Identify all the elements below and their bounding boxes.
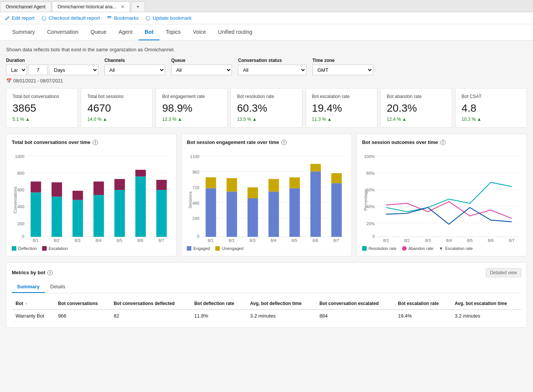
metrics-section: Metrics by bot i Detailed view Summary D… bbox=[6, 262, 527, 328]
metrics-table: Bot ↑ Bot conversations Bot conversation… bbox=[12, 298, 521, 322]
toolbar: Edit report Checkout default report Book… bbox=[0, 12, 533, 24]
tab-bot[interactable]: Bot bbox=[139, 24, 159, 40]
svg-text:0: 0 bbox=[372, 234, 375, 239]
duration-label: Duration bbox=[6, 58, 98, 63]
charts-row: Total bot conversations over time i 1000… bbox=[6, 134, 527, 256]
queue-select[interactable]: All bbox=[171, 65, 232, 75]
svg-text:480: 480 bbox=[192, 201, 199, 205]
outcomes-line-chart-svg: 100% 80% 60% 40% 20% 0 bbox=[362, 150, 521, 242]
bookmarks-button[interactable]: Bookmarks bbox=[107, 15, 139, 21]
svg-rect-55 bbox=[248, 187, 258, 198]
tab-agent[interactable]: Agent bbox=[112, 24, 139, 40]
info-icon[interactable]: i bbox=[440, 140, 446, 145]
kpi-title: Total bot conversations bbox=[13, 94, 71, 99]
channels-filter: Channels All bbox=[104, 58, 165, 75]
kpi-change: 11.3 % ▲ bbox=[312, 117, 371, 122]
sort-icon[interactable]: ↑ bbox=[25, 302, 27, 306]
chart-area: 1100 960 720 480 240 0 bbox=[187, 150, 346, 243]
browser-tab-agent[interactable]: Omnichannel Agent bbox=[0, 2, 51, 12]
legend-abandon-rate: Abandon rate bbox=[402, 246, 434, 251]
duration-value-input[interactable] bbox=[28, 65, 47, 75]
svg-text:0: 0 bbox=[22, 234, 24, 239]
svg-text:8/1: 8/1 bbox=[33, 238, 38, 242]
kpi-change: 10.3 % ▲ bbox=[462, 117, 520, 122]
svg-text:0: 0 bbox=[197, 234, 199, 239]
update-bookmark-button[interactable]: Update bookmark bbox=[145, 15, 192, 21]
metrics-title: Metrics by bot i bbox=[12, 270, 53, 275]
sub-tab-summary[interactable]: Summary bbox=[12, 281, 45, 293]
svg-text:8/7: 8/7 bbox=[158, 238, 164, 242]
browser-tab-historical[interactable]: Omnichannel historical ana... ✕ bbox=[52, 2, 130, 12]
info-icon[interactable]: i bbox=[93, 140, 98, 145]
detailed-view-button[interactable]: Detailed view bbox=[486, 268, 521, 277]
legend-resolution-rate: Resolution rate bbox=[362, 246, 397, 251]
svg-rect-1 bbox=[107, 17, 112, 17]
tab-unified-routing[interactable]: Unified routing bbox=[212, 24, 258, 40]
escalation-color bbox=[42, 246, 47, 251]
svg-text:8/7: 8/7 bbox=[334, 238, 339, 242]
svg-text:8/5: 8/5 bbox=[467, 238, 473, 242]
info-icon[interactable]: i bbox=[281, 140, 287, 145]
cell-escalation-rate: 19.4% bbox=[394, 310, 451, 322]
channels-select[interactable]: All bbox=[104, 65, 165, 75]
svg-text:Percentage: Percentage bbox=[363, 189, 368, 210]
svg-text:Conversations: Conversations bbox=[13, 187, 17, 213]
kpi-value: 20.3% bbox=[387, 102, 446, 114]
kpi-title: Bot resolution rate bbox=[237, 94, 296, 99]
kpi-bot-engagement-rate: Bot engagement rate 98.9% 12.3 % ▲ bbox=[156, 88, 227, 128]
svg-rect-17 bbox=[52, 197, 62, 237]
table-header-row: Bot ↑ Bot conversations Bot conversation… bbox=[12, 298, 521, 310]
update-bookmark-label: Update bookmark bbox=[153, 15, 192, 21]
svg-rect-53 bbox=[227, 178, 237, 191]
svg-text:8/2: 8/2 bbox=[229, 238, 235, 242]
browser-tab-agent-label: Omnichannel Agent bbox=[6, 4, 46, 9]
svg-rect-18 bbox=[52, 182, 62, 197]
timezone-select[interactable]: GMT bbox=[312, 65, 373, 75]
conv-status-select[interactable]: All bbox=[238, 65, 306, 75]
close-tab-icon[interactable]: ✕ bbox=[121, 4, 125, 9]
svg-rect-62 bbox=[331, 183, 342, 237]
tab-conversation[interactable]: Conversation bbox=[41, 24, 85, 40]
duration-preset-select[interactable]: Last bbox=[6, 65, 27, 75]
checkout-label: Checkout default report bbox=[49, 15, 100, 21]
date-range: 📅 08/01/2021 - 08/07/2021 bbox=[6, 78, 527, 84]
kpi-title: Bot escalation rate bbox=[312, 94, 371, 99]
deflection-color bbox=[12, 246, 16, 251]
edit-report-button[interactable]: Edit report bbox=[5, 15, 35, 21]
checkout-icon bbox=[41, 16, 47, 21]
add-tab-button[interactable]: + bbox=[131, 2, 145, 12]
escalation-icon: ▼ bbox=[439, 246, 443, 251]
kpi-total-bot-sessions: Total bot sessions 4670 14.0 % ▲ bbox=[81, 88, 153, 128]
svg-rect-0 bbox=[107, 16, 112, 17]
tab-topics[interactable]: Topics bbox=[159, 24, 187, 40]
svg-text:8/4: 8/4 bbox=[446, 238, 451, 242]
kpi-title: Bot abandon rate bbox=[387, 94, 446, 99]
sub-tab-details[interactable]: Details bbox=[45, 281, 71, 293]
cell-bot-name: Warranty Bot bbox=[12, 310, 54, 322]
svg-text:8/2: 8/2 bbox=[404, 238, 410, 242]
notice-text: Shown data reflects bots that exist in t… bbox=[6, 47, 527, 52]
filters-row: Duration Last Days Channels All Queue Al… bbox=[6, 58, 527, 75]
tab-voice[interactable]: Voice bbox=[187, 24, 212, 40]
up-arrow-icon: ▲ bbox=[477, 117, 481, 122]
chart-area: 100% 80% 60% 40% 20% 0 bbox=[362, 150, 521, 243]
duration-unit-select[interactable]: Days bbox=[49, 65, 98, 75]
kpi-bot-escalation-rate: Bot escalation rate 19.4% 11.3 % ▲ bbox=[306, 88, 377, 128]
cell-deflection-rate: 11.8% bbox=[191, 310, 246, 322]
cell-avg-deflection-time: 3.2 minutes bbox=[246, 310, 316, 322]
tab-summary[interactable]: Summary bbox=[6, 24, 41, 40]
chart-area: 1000 800 600 400 200 0 bbox=[12, 150, 171, 243]
info-icon[interactable]: i bbox=[47, 270, 53, 275]
svg-rect-54 bbox=[248, 198, 258, 237]
tab-queue[interactable]: Queue bbox=[84, 24, 112, 40]
duration-filter: Duration Last Days bbox=[6, 58, 98, 75]
conv-status-filter: Conversation status All bbox=[238, 58, 306, 75]
add-tab-icon: + bbox=[137, 4, 139, 9]
kpi-value: 60.3% bbox=[237, 102, 296, 114]
checkout-default-button[interactable]: Checkout default report bbox=[41, 15, 100, 21]
chart-legend: Resolution rate Abandon rate ▼ Escalatio… bbox=[362, 246, 521, 251]
kpi-bot-abandon-rate: Bot abandon rate 20.3% 12.4 % ▲ bbox=[380, 88, 452, 128]
svg-rect-20 bbox=[73, 191, 83, 200]
col-conversations: Bot conversations bbox=[54, 298, 110, 310]
kpi-value: 98.9% bbox=[162, 102, 221, 114]
